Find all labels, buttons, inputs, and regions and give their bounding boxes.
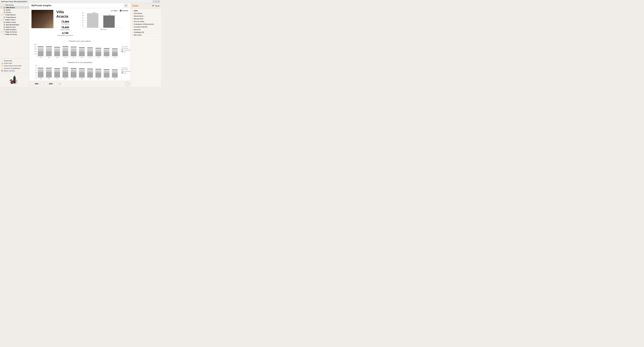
sidebar-item-amadeus[interactable]: 🏢 Appt Amadeus [0,28,29,31]
tool-export-data[interactable]: 📊 Export data [1,62,28,64]
property-icon-edifice: 🏢 [4,21,6,23]
svg-rect-56 [54,47,60,47]
sidebar-item-da-vinci[interactable]: 🏢 Appt Da Vinci [0,26,29,28]
svg-rect-0 [13,77,16,83]
close-button[interactable]: × [158,0,160,2]
tool-rapportage[interactable]: 📄 Rapportage [1,59,28,62]
svg-rect-65 [71,47,76,49]
projection-bottles-title: Projection de la cave (bouteilles) [32,61,128,63]
bar-2027: 2027 [71,46,76,58]
nav-item-bloc-notes[interactable]: ● Bloc-notes [132,34,160,36]
sidebar-group-plage[interactable]: − 📁 Plage de Dunas [0,31,29,33]
svg-text:2031: 2031 [106,78,108,79]
svg-rect-83 [104,52,110,56]
bottles-bar-2023: 2023 [38,68,44,79]
stat-value-estimated: 78,600 [56,26,74,29]
tool-archive[interactable]: 🗄 Afficher l'archive [1,69,28,72]
prev-year2-button[interactable]: ← [44,82,47,85]
svg-rect-64 [71,49,76,51]
svg-text:300: 300 [82,20,84,21]
bottles-bar-2030: 2030 [96,69,101,79]
legend-expire-box [122,51,123,52]
svg-text:2030: 2030 [97,78,100,79]
property-photo-inner [32,10,53,28]
filter-button[interactable]: ▼ [58,82,61,85]
sidebar-item-label-piscine: Piscine [6,11,11,13]
svg-rect-111 [46,72,52,77]
svg-rect-141 [96,73,101,77]
svg-text:60000: 60000 [34,48,37,49]
svg-rect-80 [96,48,101,50]
back-button[interactable]: ↩ [124,4,128,7]
sidebar-item-studio[interactable]: 🏠 Studio [0,9,29,11]
sidebar-group-chalet-bianca[interactable]: + 📁 Chalet Bianca [0,13,29,16]
svg-rect-59 [62,48,68,51]
nav-label-mouvements-minus: Mouvements - [134,18,144,19]
legend-pret-box [122,47,123,49]
forward-button[interactable]: → [125,82,129,86]
svg-rect-53 [54,51,60,56]
nav-item-evaluations[interactable]: ● Evaluations & Mouvements - [132,23,160,25]
sidebar-item-plage[interactable]: 🏖 Plage de Dunas [0,33,29,35]
svg-rect-112 [46,69,52,72]
nav-item-adresses[interactable]: ● Adresses [132,28,160,31]
sidebar-item-villa-acacia[interactable]: 🏠 Villa Acacia [0,6,29,9]
svg-rect-139 [87,69,93,69]
collapse-plage[interactable]: − [0,31,2,33]
prev-year-button[interactable]: ← [30,82,33,85]
svg-text:2025: 2025 [56,78,58,79]
tool-analyses[interactable]: 📈 Analyses et graphiques [1,67,28,69]
sidebar-group-edifice-futura[interactable]: − 📁 Edifice Futura [0,18,29,21]
nav-item-catalogue[interactable]: ● Catalogue [G] [132,31,160,34]
nav-item-inventaire[interactable]: ● Inventaire total [G] [132,25,160,28]
sidebar-group-villa-acacia[interactable]: − 📁 Villa Acacia [0,4,29,6]
bar-bouteilles [103,15,115,28]
property-stats: Villa Acacia 73,860 Prix d'achat 78,600 … [56,10,74,37]
nav-item-mouvements-minus[interactable]: ● Mouvements - [132,17,160,20]
legend-valeur-box [111,10,113,11]
svg-point-9 [12,83,13,84]
svg-rect-151 [112,73,118,77]
legend-pret-label: Prêt à boire [123,48,128,49]
minimize-button[interactable]: − [153,0,155,2]
property-icon-piscine: 🏠 [4,11,6,13]
svg-rect-126 [71,72,76,77]
nav-label-catalogue: Catalogue [G] [134,31,144,33]
nav-item-documents[interactable]: ● Documents [132,12,160,15]
svg-text:500: 500 [82,15,84,16]
nav-item-cave[interactable]: ● Cave [132,9,160,12]
bottles-bar-2032: 2032 [112,69,118,79]
sidebar-item-michelangelo[interactable]: 🏢 Appt Michelangelo [0,23,29,26]
collapse-chalet-bianca[interactable]: + [0,14,2,16]
export-data-icon: 📊 [1,62,3,64]
nav-label-evaluations: Evaluations & Mouvements - [134,23,154,25]
next-year1-button[interactable]: → [40,82,43,85]
nav-item-mouvements-plus[interactable]: ● Mouvements + [132,15,160,17]
app-logo [9,74,20,86]
bullet-inventaire: ● [132,26,133,27]
svg-rect-133 [79,69,85,70]
svg-rect-128 [71,69,76,70]
sidebar-item-edifice-futura[interactable]: 🏢 Edifice Futura [0,21,29,23]
svg-rect-91 [112,48,118,49]
collapse-villa-acacia[interactable]: − [0,4,2,6]
nav-item-flux[interactable]: ● Flux de caisse [132,20,160,23]
svg-rect-78 [96,52,101,56]
sidebar-tools: 📄 Rapportage 📊 Export data 📁 Export data… [0,58,29,73]
archive-icon: 🗄 [1,70,3,72]
stat-label-estimated: Valeur estimée [56,29,74,30]
bar-2030: 2030 [96,48,101,58]
next-year2-button[interactable]: → [54,82,57,85]
sidebar-item-piscine[interactable]: 🏠 Piscine [0,11,29,13]
sidebar-item-label: Villa Acacia [6,7,15,8]
sidebar-item-chalet-bianca[interactable]: 🏠 Chalet Bianca [0,16,29,18]
svg-text:2028: 2028 [81,57,83,58]
font-button[interactable]: Aa aa [155,5,159,7]
svg-rect-106 [38,72,44,77]
sidebar: − 📁 Villa Acacia 🏠 Villa Acacia 🏠 Studio… [0,3,29,87]
pin-button[interactable]: 📌 [152,5,154,7]
legend-annee-label: En année de pointe [123,49,130,51]
collapse-edifice-futura[interactable]: − [0,19,2,21]
maximize-button[interactable]: □ [155,0,157,2]
tool-export-docs[interactable]: 📁 Export data & documents [1,64,28,67]
